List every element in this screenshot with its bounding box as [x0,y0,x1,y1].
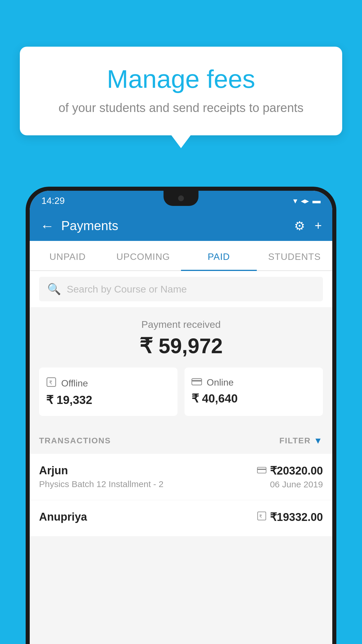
app-header: ← Payments ⚙ + [30,211,332,241]
online-payment-card: Online ₹ 40,640 [184,368,323,416]
svg-text:₹: ₹ [49,380,52,386]
txn-name: Anupriya [39,511,87,523]
offline-card-top: ₹ Offline [46,377,171,390]
svg-rect-2 [192,379,202,385]
tab-upcoming[interactable]: UPCOMING [106,241,181,270]
phone-mockup: 14:29 ▾ ◂▸ ▬ ← Payments ⚙ + [26,187,336,644]
online-amount: ₹ 40,640 [191,392,316,405]
status-icons: ▾ ◂▸ ▬ [293,196,321,206]
tabs-bar: UNPAID UPCOMING PAID STUDENTS [30,241,332,271]
signal-icon: ◂▸ [301,196,309,206]
offline-payment-card: ₹ Offline ₹ 19,332 [39,368,178,416]
txn-date: 06 June 2019 [257,480,323,489]
payment-summary: Payment received ₹ 59,972 ₹ [30,307,332,428]
payment-label: Payment received [39,319,323,330]
txn-left: Anupriya [39,511,87,526]
battery-icon: ▬ [312,196,321,205]
online-card-top: Online [191,377,316,388]
transactions-label: TRANSACTIONS [39,436,111,445]
wifi-icon: ▾ [293,196,297,206]
online-label: Online [207,377,234,388]
bubble-title: Manage fees [43,64,319,94]
settings-icon[interactable]: ⚙ [294,219,305,233]
payment-cards: ₹ Offline ₹ 19,332 [39,368,323,416]
txn-detail: Physics Batch 12 Installment - 2 [39,479,164,489]
svg-rect-4 [257,467,266,473]
header-actions: ⚙ + [294,219,322,233]
txn-right: ₹20320.00 06 June 2019 [257,464,323,489]
filter-button[interactable]: FILTER ▼ [279,436,323,446]
search-container: 🔍 Search by Course or Name [30,271,332,307]
online-icon [191,377,202,388]
phone-notch [164,191,198,206]
offline-icon: ₹ [46,377,57,390]
search-box[interactable]: 🔍 Search by Course or Name [39,277,323,301]
txn-left: Arjun Physics Batch 12 Installment - 2 [39,464,164,489]
transactions-header: TRANSACTIONS FILTER ▼ [30,428,332,454]
svg-rect-3 [192,380,202,382]
txn-amount: ₹20320.00 [270,464,323,477]
transaction-item[interactable]: Anupriya ₹ ₹19332.00 [30,500,332,537]
phone-outer-frame: 14:29 ▾ ◂▸ ▬ ← Payments ⚙ + [26,187,336,644]
tab-students[interactable]: STUDENTS [257,241,333,270]
txn-payment-icon-offline: ₹ [257,511,266,523]
payment-total: ₹ 59,972 [39,334,323,358]
speech-bubble-card: Manage fees of your students and send re… [20,47,342,135]
offline-amount: ₹ 19,332 [46,393,171,407]
front-camera [178,195,184,201]
txn-amount: ₹19332.00 [270,511,323,524]
status-time: 14:29 [41,195,65,206]
phone-screen: 14:29 ▾ ◂▸ ▬ ← Payments ⚙ + [30,191,332,644]
svg-text:₹: ₹ [259,514,262,519]
tab-paid[interactable]: PAID [181,241,257,270]
transaction-item[interactable]: Arjun Physics Batch 12 Installment - 2 [30,454,332,500]
filter-icon: ▼ [314,436,323,446]
svg-rect-5 [257,469,266,470]
back-button[interactable]: ← [40,218,54,234]
txn-amount-row: ₹20320.00 [257,464,323,477]
add-icon[interactable]: + [314,219,322,233]
page-title: Payments [61,218,287,233]
txn-name: Arjun [39,464,164,477]
bubble-subtitle: of your students and send receipts to pa… [43,101,319,115]
app-background: Manage fees of your students and send re… [0,0,362,644]
txn-payment-icon [257,466,266,476]
txn-right: ₹ ₹19332.00 [257,511,323,526]
txn-amount-row: ₹ ₹19332.00 [257,511,323,524]
status-bar: 14:29 ▾ ◂▸ ▬ [30,191,332,211]
search-placeholder: Search by Course or Name [67,284,187,295]
search-icon: 🔍 [47,283,61,295]
offline-label: Offline [61,378,88,389]
filter-label: FILTER [279,436,311,445]
tab-unpaid[interactable]: UNPAID [30,241,106,270]
